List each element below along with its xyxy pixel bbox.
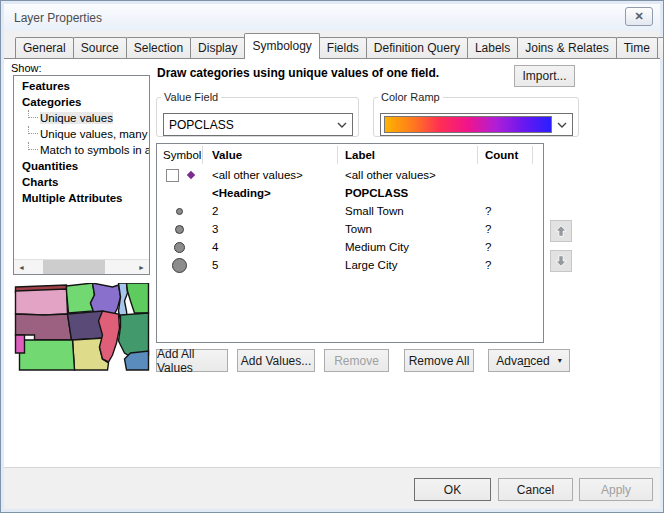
value-cell[interactable]: 2 [202, 205, 337, 217]
symbol-cell[interactable] [157, 225, 202, 234]
count-cell[interactable]: ? [477, 223, 522, 235]
scrollbar-track[interactable] [29, 260, 134, 274]
label-cell[interactable]: Medium City [337, 241, 477, 253]
chevron-down-icon[interactable] [552, 122, 572, 128]
cancel-button[interactable]: Cancel [498, 478, 573, 501]
table-row[interactable]: 5Large City? [157, 256, 543, 274]
value-field-dropdown[interactable]: POPCLASS [163, 113, 353, 136]
tab-display[interactable]: Display [190, 37, 245, 59]
table-row[interactable]: 3Town? [157, 220, 543, 238]
color-ramp-dropdown[interactable] [380, 113, 573, 136]
tree-item-unique-values[interactable]: Unique values [14, 110, 149, 126]
move-up-button[interactable] [550, 220, 572, 242]
scrollbar-thumb[interactable] [43, 260, 105, 274]
table-row[interactable]: 2Small Town? [157, 202, 543, 220]
symbol-cell[interactable] [157, 208, 202, 215]
scroll-left-icon[interactable]: ◄ [14, 260, 29, 274]
tree-item-charts[interactable]: Charts [14, 174, 149, 190]
show-tree-items: FeaturesCategoriesUnique valuesUnique va… [14, 76, 149, 206]
value-cell[interactable]: 3 [202, 223, 337, 235]
add-values-button[interactable]: Add Values... [237, 349, 315, 372]
value-cell[interactable]: <Heading> [202, 187, 337, 199]
add-all-values-button[interactable]: Add All Values [156, 349, 228, 372]
advanced-accesskey: n [524, 354, 531, 368]
tab-time[interactable]: Time [616, 37, 658, 59]
tab-symbology[interactable]: Symbology [244, 33, 319, 59]
label-cell[interactable]: Small Town [337, 205, 477, 217]
layer-properties-dialog: Layer Properties ✕ GeneralSourceSelectio… [0, 0, 664, 513]
table-row[interactable]: <all other values><all other values> [157, 166, 543, 184]
table-row[interactable]: 4Medium City? [157, 238, 543, 256]
show-tree: FeaturesCategoriesUnique valuesUnique va… [13, 75, 150, 275]
symbol-cell[interactable] [157, 169, 202, 182]
tab-general[interactable]: General [15, 37, 74, 59]
advanced-button[interactable]: Advanced ▾ [488, 349, 570, 372]
tree-item-quantities[interactable]: Quantities [14, 158, 149, 174]
point-symbol-icon [176, 208, 183, 215]
label-cell[interactable]: Town [337, 223, 477, 235]
column-header-value[interactable]: Value [202, 149, 337, 161]
tree-item-label: Unique values [40, 112, 113, 124]
tree-connector [28, 110, 38, 118]
close-button[interactable]: ✕ [625, 7, 653, 26]
ok-button[interactable]: OK [414, 478, 491, 501]
tab-source[interactable]: Source [73, 37, 127, 59]
label-cell[interactable]: <all other values> [337, 169, 477, 181]
remove-all-button[interactable]: Remove All [404, 349, 474, 372]
tree-connector [28, 142, 38, 150]
tab-labels[interactable]: Labels [467, 37, 518, 59]
map-region-illinois [99, 311, 120, 362]
close-icon: ✕ [634, 11, 643, 22]
tree-item-label: Features [22, 80, 70, 92]
scroll-right-icon[interactable]: ► [134, 260, 149, 274]
value-cell[interactable]: 4 [202, 241, 337, 253]
import-button[interactable]: Import... [514, 65, 575, 87]
apply-button[interactable]: Apply [579, 478, 653, 501]
move-down-button[interactable] [550, 250, 572, 272]
map-region-south-dakota [16, 289, 68, 315]
point-symbol-icon [172, 258, 187, 273]
column-header-label[interactable]: Label [337, 149, 477, 161]
point-symbol-icon [186, 171, 194, 179]
title-bar[interactable]: Layer Properties ✕ [4, 4, 660, 31]
symbol-cell[interactable] [157, 242, 202, 253]
tree-item-label: Match to symbols in a [40, 144, 150, 156]
map-region-magenta-sliver [16, 335, 25, 353]
chevron-down-icon[interactable] [332, 122, 352, 128]
tab-html-popup[interactable]: HTML Popup [657, 37, 664, 59]
count-cell[interactable]: ? [477, 259, 522, 271]
dialog-footer: OK Cancel Apply [4, 467, 660, 509]
remove-button[interactable]: Remove [324, 349, 389, 372]
value-cell[interactable]: <all other values> [202, 169, 337, 181]
point-symbol-icon [174, 242, 185, 253]
count-cell[interactable]: ? [477, 241, 522, 253]
column-header-count[interactable]: Count [477, 149, 522, 161]
tree-item-match-to-symbols-in-a[interactable]: Match to symbols in a [14, 142, 149, 158]
advanced-label: Adva [496, 354, 523, 368]
count-cell[interactable]: ? [477, 205, 522, 217]
tab-selection[interactable]: Selection [126, 37, 191, 59]
tree-item-multiple-attributes[interactable]: Multiple Attributes [14, 190, 149, 206]
all-other-values-checkbox[interactable] [166, 169, 179, 182]
tab-fields[interactable]: Fields [319, 37, 367, 59]
tree-item-features[interactable]: Features [14, 78, 149, 94]
value-field-selected: POPCLASS [164, 118, 332, 132]
tree-item-unique-values-many[interactable]: Unique values, many [14, 126, 149, 142]
symbol-cell[interactable] [157, 258, 202, 273]
show-label: Show: [11, 62, 42, 74]
label-cell[interactable]: Large City [337, 259, 477, 271]
tab-joins-relates[interactable]: Joins & Relates [517, 37, 616, 59]
tree-item-categories[interactable]: Categories [14, 94, 149, 110]
map-region-kansas [20, 340, 75, 370]
label-cell[interactable]: POPCLASS [337, 187, 477, 199]
unique-values-table[interactable]: Symbol Value Label Count <all other valu… [156, 143, 544, 343]
tree-item-label: Quantities [22, 160, 78, 172]
tree-horizontal-scrollbar[interactable]: ◄ ► [14, 259, 149, 274]
tree-item-label: Multiple Attributes [22, 192, 123, 204]
table-row[interactable]: <Heading>POPCLASS [157, 184, 543, 202]
tab-definition-query[interactable]: Definition Query [366, 37, 468, 59]
value-cell[interactable]: 5 [202, 259, 337, 271]
tree-item-label: Charts [22, 176, 58, 188]
column-divider [337, 146, 338, 164]
column-header-symbol[interactable]: Symbol [157, 149, 202, 161]
